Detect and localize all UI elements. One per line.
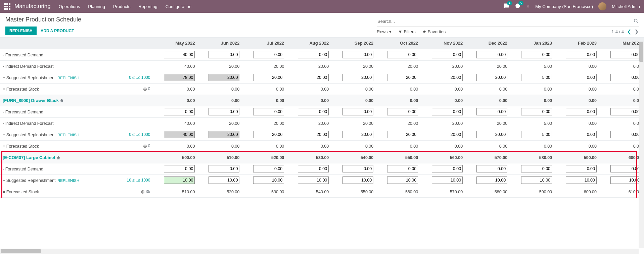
cell-input[interactable] <box>342 176 373 184</box>
product-link[interactable]: [FURN_8900] Drawer Black <box>3 98 59 103</box>
cell-input[interactable] <box>387 176 418 184</box>
cell-input[interactable] <box>610 165 641 172</box>
cell-input[interactable] <box>164 74 195 81</box>
cell-input[interactable] <box>566 176 597 184</box>
cell-input[interactable] <box>521 108 552 115</box>
company-name[interactable]: My Company (San Francisco) <box>535 4 593 9</box>
cell-input[interactable] <box>610 176 641 184</box>
tray-icon[interactable]: ✕ <box>526 4 530 9</box>
cell-input[interactable] <box>432 51 463 58</box>
nav-reporting[interactable]: Reporting <box>138 4 157 9</box>
pager-next[interactable]: ❯ <box>635 29 639 34</box>
trash-icon[interactable]: 🗑 <box>60 99 64 103</box>
cell-input[interactable] <box>521 176 552 184</box>
cell-input[interactable] <box>253 176 284 184</box>
cell-input[interactable] <box>566 74 597 81</box>
cell-input[interactable] <box>253 108 284 115</box>
cell-input[interactable] <box>476 176 507 184</box>
cell-input[interactable] <box>476 131 507 138</box>
cell-input[interactable] <box>610 108 641 115</box>
cell-input[interactable] <box>566 108 597 115</box>
cell-input[interactable] <box>209 165 239 172</box>
cell-input[interactable] <box>209 74 239 81</box>
avatar[interactable] <box>598 2 606 10</box>
cell-input[interactable] <box>342 74 373 81</box>
messages-icon[interactable]: 4 <box>503 3 509 10</box>
add-product-button[interactable]: ADD A PRODUCT <box>39 27 76 35</box>
cell-input[interactable] <box>521 131 552 138</box>
forecasted-stock-row: = Forecasted Stock00.000.000.000.000.000… <box>0 140 644 152</box>
cell-input[interactable] <box>387 108 418 115</box>
trash-icon[interactable]: 🗑 <box>57 156 60 160</box>
cell-input[interactable] <box>432 108 463 115</box>
activities-icon[interactable]: 5 <box>515 3 521 10</box>
replenish-button[interactable]: REPLENISH <box>5 27 37 35</box>
cell-input[interactable] <box>298 108 329 115</box>
cell-input[interactable] <box>387 51 418 58</box>
cell-input[interactable] <box>610 51 641 58</box>
cell-input[interactable] <box>253 131 284 138</box>
search-input[interactable] <box>377 17 634 25</box>
nav-products[interactable]: Products <box>113 4 130 9</box>
vertical-scrollbar[interactable] <box>639 42 644 198</box>
cell-input[interactable] <box>342 51 373 58</box>
cell-input[interactable] <box>387 131 418 138</box>
product-row-drawer: [FURN_8900] Drawer Black🗑0.000.000.000.0… <box>0 95 644 106</box>
cell-input[interactable] <box>164 108 195 115</box>
cell-input[interactable] <box>342 108 373 115</box>
cell-input[interactable] <box>432 131 463 138</box>
cell-input[interactable] <box>164 51 195 58</box>
cell-input[interactable] <box>521 165 552 172</box>
target-icon[interactable] <box>143 145 147 148</box>
cell-input[interactable] <box>342 131 373 138</box>
cell-input[interactable] <box>253 74 284 81</box>
cell-input[interactable] <box>298 165 329 172</box>
cell-input[interactable] <box>476 165 507 172</box>
cell-input[interactable] <box>298 51 329 58</box>
cell-input[interactable] <box>476 108 507 115</box>
cell-input[interactable] <box>253 51 284 58</box>
rows-dropdown[interactable]: Rows ▾ <box>377 29 392 34</box>
cell-input[interactable] <box>476 51 507 58</box>
cell-input[interactable] <box>521 74 552 81</box>
target-icon[interactable] <box>143 88 147 91</box>
apps-icon[interactable] <box>4 3 10 10</box>
cell-input[interactable] <box>209 51 239 58</box>
cell-input[interactable] <box>476 74 507 81</box>
cell-input[interactable] <box>342 165 373 172</box>
cell-input[interactable] <box>298 176 329 184</box>
cell-input[interactable] <box>610 131 641 138</box>
cell-input[interactable] <box>209 176 239 184</box>
nav-operations[interactable]: Operations <box>59 4 80 9</box>
cell-input[interactable] <box>253 165 284 172</box>
nav-configuration[interactable]: Configuration <box>166 4 191 9</box>
cell-input[interactable] <box>209 108 239 115</box>
pager-prev[interactable]: ❮ <box>627 29 631 34</box>
cell-input[interactable] <box>164 176 195 184</box>
user-name[interactable]: Mitchell Admin <box>612 4 640 9</box>
search-icon[interactable] <box>634 18 639 24</box>
nav-planning[interactable]: Planning <box>88 4 105 9</box>
cell-input[interactable] <box>298 74 329 81</box>
cell-input[interactable] <box>566 51 597 58</box>
target-icon[interactable] <box>141 190 144 194</box>
cell-input[interactable] <box>432 165 463 172</box>
cell-input[interactable] <box>566 165 597 172</box>
filters-button[interactable]: ▼ Filters <box>398 29 416 34</box>
cell-input[interactable] <box>432 176 463 184</box>
cell-input[interactable] <box>610 74 641 81</box>
inline-replenish-button[interactable]: REPLENISH <box>57 179 79 183</box>
cell-input[interactable] <box>387 165 418 172</box>
cell-input[interactable] <box>387 74 418 81</box>
inline-replenish-button[interactable]: REPLENISH <box>57 133 79 137</box>
cell-input[interactable] <box>164 131 195 138</box>
favorites-button[interactable]: ★ Favorites <box>422 29 446 34</box>
cell-input[interactable] <box>164 165 195 172</box>
cell-input[interactable] <box>566 131 597 138</box>
cell-input[interactable] <box>298 131 329 138</box>
cell-input[interactable] <box>432 74 463 81</box>
product-link[interactable]: [E-COM07] Large Cabinet <box>3 155 55 160</box>
inline-replenish-button[interactable]: REPLENISH <box>57 76 79 80</box>
cell-input[interactable] <box>209 131 239 138</box>
cell-input[interactable] <box>521 51 552 58</box>
